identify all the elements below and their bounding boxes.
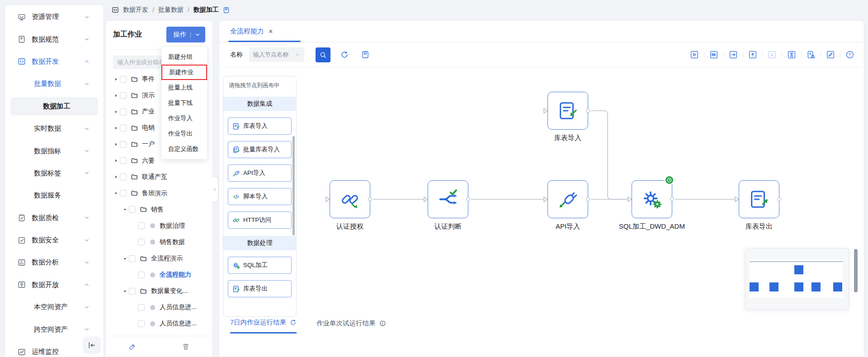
canvas-scrollbar[interactable] [854, 249, 858, 292]
edit-button[interactable] [128, 343, 137, 351]
menu-item-0[interactable]: 新建分组 [161, 49, 207, 65]
caret-right-icon[interactable] [112, 142, 120, 147]
tree-item-15[interactable]: 人员信息进... [106, 315, 212, 332]
caret-down-icon[interactable] [121, 256, 129, 261]
run-all-button[interactable] [709, 50, 718, 59]
panel-collapse-handle[interactable] [212, 177, 218, 202]
edit-box-button[interactable] [826, 50, 835, 59]
checkbox[interactable] [138, 239, 145, 245]
run-button[interactable] [690, 50, 699, 59]
tree-item-10[interactable]: 销售数据 [106, 234, 212, 250]
tree-item-9[interactable]: 数据治理 [106, 218, 212, 234]
sidebar-item-12[interactable]: 数据开放 [5, 274, 104, 296]
tree-item-8[interactable]: 销售 [106, 202, 212, 218]
delete-button[interactable] [182, 343, 190, 351]
alert-button[interactable] [845, 50, 854, 59]
hourglass-button[interactable] [787, 50, 796, 59]
sidebar-item-6[interactable]: 数据指标 [5, 140, 104, 162]
breadcrumb-item-1[interactable]: 批量数据 [158, 6, 184, 14]
caret-right-icon[interactable] [112, 126, 120, 131]
flow-node-n_sql[interactable]: SQL加工_DWD_ADM [632, 180, 672, 218]
tree-item-7[interactable]: 鲁班演示 [106, 185, 212, 202]
checkbox[interactable] [120, 76, 127, 83]
caret-down-icon[interactable] [121, 207, 129, 212]
checkbox[interactable] [138, 222, 145, 229]
checkbox[interactable] [120, 92, 127, 99]
sidebar-item-7[interactable]: 数据标签 [5, 162, 104, 184]
bookmark-panel-button[interactable] [361, 51, 369, 59]
menu-item-6[interactable]: 自定义函数 [161, 141, 207, 157]
flow-node-n_judge[interactable]: 认证判断 [428, 180, 468, 218]
doc-search-button[interactable] [807, 50, 816, 59]
flow-node-n_import_top[interactable]: 库表导入 [547, 92, 588, 130]
tree-item-6[interactable]: 联通产互 [106, 169, 212, 185]
checkbox[interactable] [129, 206, 136, 213]
sidebar-item-4[interactable]: 数据加工 [10, 97, 98, 115]
checkbox[interactable] [120, 108, 127, 115]
palette-scrollbar[interactable] [292, 136, 295, 235]
caret-right-icon[interactable] [112, 174, 120, 179]
tree-item-12[interactable]: 全流程能力 [106, 267, 212, 283]
caret-right-icon[interactable] [112, 109, 120, 114]
sidebar-item-0[interactable]: 资源管理 [5, 6, 104, 28]
sidebar-item-8[interactable]: 数据服务 [5, 184, 104, 207]
menu-item-2[interactable]: 批量上线 [161, 80, 207, 95]
sidebar-item-9[interactable]: 数据质检 [5, 207, 104, 229]
palette-node-0-0[interactable]: 库表导入 [228, 117, 292, 135]
palette-node-0-3[interactable]: 脚本导入 [228, 188, 292, 205]
checkbox[interactable] [120, 125, 127, 132]
minimap[interactable] [745, 248, 849, 310]
result-tab-0[interactable]: 7日内作业运行结果 [230, 318, 297, 334]
sidebar-item-5[interactable]: 实时数据 [5, 117, 104, 140]
caret-right-icon[interactable] [112, 158, 120, 163]
checkbox[interactable] [129, 255, 136, 262]
palette-node-1-0[interactable]: SQL加工 [228, 257, 292, 274]
palette-node-0-4[interactable]: HTTP访问 [228, 211, 292, 229]
checkbox[interactable] [120, 190, 127, 197]
caret-down-icon[interactable] [121, 289, 129, 294]
node-name-select[interactable]: 输入节点名称 [249, 47, 304, 62]
sidebar-item-1[interactable]: 数据规范 [5, 28, 104, 50]
menu-item-1[interactable]: 新建作业 [161, 65, 207, 80]
breadcrumb-item-2[interactable]: 数据加工 [193, 6, 219, 14]
tree-item-13[interactable]: 数据量变化... [106, 283, 212, 299]
refresh-icon[interactable] [290, 319, 297, 326]
checkbox[interactable] [138, 272, 145, 278]
sidebar-collapse-button[interactable] [83, 337, 101, 354]
menu-item-3[interactable]: 批量下线 [161, 95, 207, 111]
tab-quanliucheng-nengli[interactable]: 全流程能力 × [230, 21, 273, 42]
flow-node-n_api[interactable]: API导入 [547, 180, 588, 218]
sidebar-item-11[interactable]: 数据分析 [5, 251, 104, 273]
download-button[interactable] [768, 50, 777, 59]
checkbox[interactable] [120, 141, 127, 148]
checkbox[interactable] [120, 157, 127, 164]
sidebar-item-13[interactable]: 本空间资产 [5, 296, 104, 318]
checkbox[interactable] [120, 174, 127, 180]
checkbox[interactable] [138, 304, 145, 311]
flow-node-n_auth[interactable]: 认证授权 [330, 180, 370, 218]
palette-node-0-1[interactable]: 批量库表导入 [228, 141, 292, 158]
menu-item-4[interactable]: 作业导入 [161, 111, 207, 126]
caret-right-icon[interactable] [112, 77, 120, 82]
checkbox[interactable] [138, 320, 145, 327]
upload-button[interactable] [748, 50, 757, 59]
flow-node-n_export[interactable]: 库表导出 [739, 180, 779, 218]
caret-down-icon[interactable] [112, 191, 120, 196]
action-button[interactable]: 操作 [166, 27, 205, 42]
sidebar-item-2[interactable]: 数据开发 [5, 51, 104, 73]
palette-node-0-2[interactable]: API导入 [228, 164, 292, 182]
breadcrumb-item-0[interactable]: 数据开发 [123, 6, 148, 14]
search-button[interactable] [316, 47, 330, 62]
caret-right-icon[interactable] [112, 93, 120, 98]
palette-node-1-1[interactable]: 库表导出 [228, 280, 292, 297]
tree-item-14[interactable]: 人员信息进... [106, 299, 212, 315]
checkbox[interactable] [129, 288, 136, 295]
refresh-button[interactable] [340, 51, 349, 59]
result-tab-1[interactable]: 作业单次试运行结果 [316, 318, 386, 334]
menu-item-5[interactable]: 作业导出 [161, 126, 207, 141]
transfer-button[interactable] [729, 50, 738, 59]
sidebar-item-3[interactable]: 批量数据 [5, 73, 104, 95]
tree-item-11[interactable]: 全流程演示 [106, 250, 212, 267]
sidebar-item-10[interactable]: 数据安全 [5, 229, 104, 251]
close-icon[interactable]: × [269, 28, 273, 36]
